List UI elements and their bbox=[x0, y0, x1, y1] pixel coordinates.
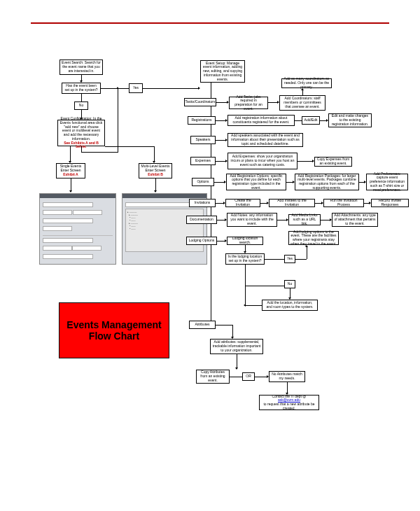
copy-expenses: Copy Expenses from an existing event. bbox=[314, 157, 352, 167]
add-reg-packages: Add Registration Packages: for larger mu… bbox=[295, 174, 359, 190]
single-events-box: Single Events Enter ScreenExhibit A bbox=[56, 163, 85, 178]
run-process: Run the Invitation Process bbox=[323, 199, 364, 207]
title-banner: Events Management Flow Chart bbox=[59, 302, 169, 358]
lodging-q: Is the lodging location set up in the sy… bbox=[225, 253, 265, 265]
invitations: Invitations bbox=[189, 199, 216, 207]
screenshot-exhibit-a bbox=[39, 193, 116, 265]
contact-it: Contact the IT dept @ask@uvm.eduto reque… bbox=[259, 395, 319, 410]
add-expenses: Add Expenses: show your organization inc… bbox=[227, 153, 298, 169]
expenses: Expenses bbox=[190, 157, 216, 165]
event-setup: Event Setup: Manage event information, a… bbox=[200, 60, 245, 83]
header-rule bbox=[31, 22, 389, 24]
add-reg: Add registration information about const… bbox=[227, 115, 295, 126]
registrations: Registrations bbox=[188, 116, 216, 125]
yes-1: Yes bbox=[129, 83, 143, 93]
add-edit: Add/Edit bbox=[302, 116, 320, 125]
no-1: No bbox=[74, 102, 88, 110]
attributes: Attributes bbox=[189, 321, 216, 329]
documentation: Documentation bbox=[186, 216, 217, 224]
record-responses: Record Invitee Responses bbox=[371, 199, 409, 207]
add-invitees: Add Invitees to the Invitation bbox=[269, 199, 315, 207]
add-media: Add Media Links such as a URL link. bbox=[288, 214, 321, 225]
event-search-box: Event Search: Search for the event name … bbox=[59, 59, 103, 75]
add-reg-options: Add Registration Options: specific optio… bbox=[226, 174, 286, 190]
no-2: No bbox=[284, 280, 295, 288]
add-attributes: Add attributes: supplemental, trackable … bbox=[210, 339, 263, 354]
yes-2: Yes bbox=[284, 255, 295, 263]
flowchart-page: Event Search: Search for the event name … bbox=[0, 0, 420, 511]
event-config: Event Configuration: In the Events funct… bbox=[57, 120, 105, 146]
edit-changes: Edit and make changes to the existing re… bbox=[328, 113, 372, 127]
lodging: Lodging Options bbox=[186, 237, 217, 245]
no-match: No Attributes match my needs. bbox=[269, 371, 305, 382]
add-location: Add the location, information, and room … bbox=[262, 300, 318, 311]
add-preferences: Add Preferences: capture event preferenc… bbox=[366, 174, 408, 190]
add-tasks: Add Tasks: jobs required in preparation … bbox=[229, 97, 268, 109]
add-coord: Add Coordinators: staff members or commi… bbox=[279, 95, 326, 111]
options: Options bbox=[192, 178, 214, 186]
speakers: Speakers bbox=[190, 136, 216, 144]
copy-attr: Copy Attributes from an existing event. bbox=[196, 370, 230, 384]
add-contrib: Add as many coordinators as needed. Only… bbox=[281, 78, 332, 88]
create-inv: Create the Invitation bbox=[225, 199, 260, 207]
has-event-q: Has the event been set up in the system? bbox=[62, 83, 101, 94]
add-notes: Add Notes: any information you want to i… bbox=[227, 213, 277, 227]
or: OR bbox=[242, 372, 255, 381]
multi-events-box: Multi-Level Events Enter ScreenExhibit B bbox=[139, 163, 172, 178]
tasks-coord: Tasks/Coordinators bbox=[184, 98, 216, 106]
add-lodging: Add lodging options to the event. These … bbox=[288, 231, 339, 245]
lodging-search: Lodging location search. bbox=[227, 237, 263, 245]
add-attach: Add Attachments: any type of attachment … bbox=[332, 213, 378, 227]
add-speakers: Add speakers associated with the event a… bbox=[227, 133, 303, 147]
